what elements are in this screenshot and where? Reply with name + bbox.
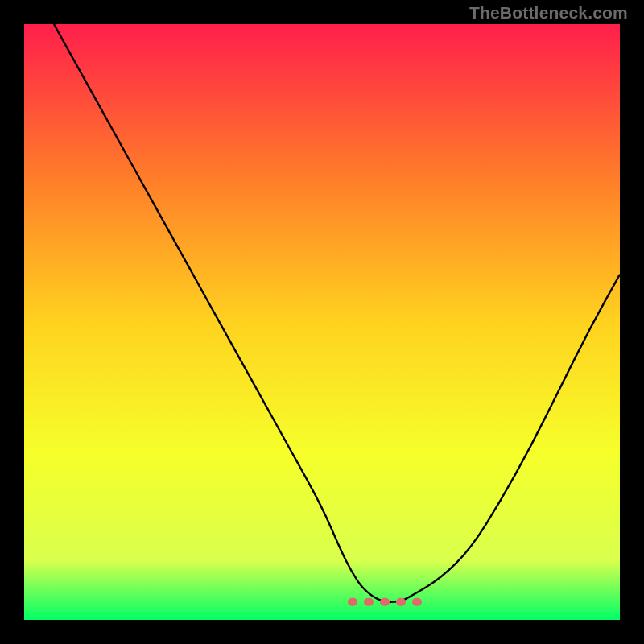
gradient-background: [24, 24, 620, 620]
chart-frame: TheBottleneck.com: [0, 0, 644, 644]
watermark-text: TheBottleneck.com: [469, 3, 628, 23]
bottleneck-plot: [24, 24, 620, 620]
